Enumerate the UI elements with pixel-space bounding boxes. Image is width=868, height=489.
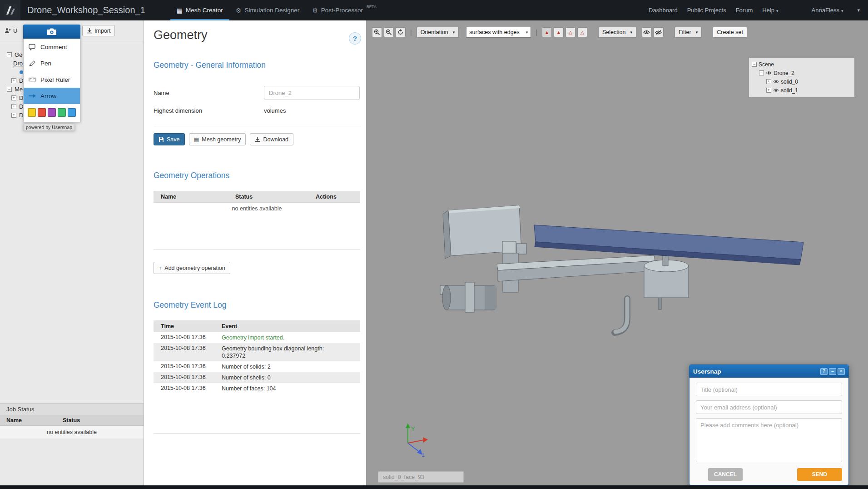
geometry-name-input[interactable] — [264, 86, 360, 100]
orientation-dropdown[interactable]: Orientation ▾ — [417, 27, 459, 38]
menu-item-pen[interactable]: Pen — [24, 55, 80, 71]
color-swatch-blue[interactable] — [68, 108, 76, 117]
tab-mesh-creator[interactable]: ▦ Mesh Creator — [170, 0, 229, 20]
expand-icon[interactable]: + — [11, 113, 16, 118]
menu-item-comment[interactable]: Comment — [24, 39, 80, 55]
eye-icon[interactable] — [766, 71, 772, 75]
expand-icon[interactable]: + — [11, 78, 16, 83]
import-button[interactable]: Import — [82, 25, 115, 36]
event-log-table: Time Event 2015-10-08 17:36 Geometry imp… — [154, 320, 360, 434]
event-log-row: 2015-10-08 17:36 Geometry import started… — [154, 332, 360, 343]
collapse-icon[interactable]: − — [7, 87, 12, 92]
eye-icon[interactable] — [773, 80, 779, 84]
cone-tool-button-4[interactable]: △ — [577, 27, 587, 37]
menu-item-label: Comment — [40, 44, 67, 50]
bottom-strip — [0, 485, 868, 489]
show-entities-button[interactable] — [642, 27, 652, 37]
color-swatch-purple[interactable] — [48, 108, 56, 117]
cone-filled-icon: ▲ — [545, 30, 550, 35]
tab-post-processor[interactable]: ⚙ Post-Processor BETA — [306, 0, 382, 20]
dialog-close-button[interactable]: × — [838, 368, 845, 375]
menu-item-arrow[interactable]: Arrow — [24, 88, 80, 104]
scene-node[interactable]: − Scene — [749, 60, 854, 69]
event-time: 2015-10-08 17:36 — [154, 374, 222, 381]
drone-node[interactable]: − Drone_2 — [749, 69, 854, 77]
app-logo[interactable] — [0, 0, 20, 20]
collapse-icon[interactable]: − — [7, 52, 12, 57]
extra-menu-chevron-icon[interactable]: ▾ — [857, 7, 860, 13]
selection-dropdown[interactable]: Selection ▾ — [598, 27, 636, 38]
collapse-icon[interactable]: − — [752, 62, 757, 67]
link-dashboard[interactable]: Dashboard — [649, 7, 678, 14]
expand-icon[interactable]: + — [766, 79, 771, 84]
filter-label: Filter — [679, 29, 691, 35]
send-button[interactable]: SEND — [797, 468, 842, 481]
event-log-row: 2015-10-08 17:36 Number of faces: 104 — [154, 383, 360, 394]
filter-dropdown[interactable]: Filter ▾ — [675, 27, 702, 38]
help-menu[interactable]: Help▾ — [762, 7, 778, 14]
render-mode-select[interactable]: surfaces with edges ▾ — [466, 27, 531, 38]
name-label: Name — [154, 90, 264, 96]
event-time: 2015-10-08 17:36 — [154, 334, 222, 341]
color-swatch-green[interactable] — [58, 108, 66, 117]
job-status-section: Job Status Name Status no entities avail… — [0, 403, 144, 439]
hide-entities-button[interactable] — [654, 27, 664, 37]
eye-icon[interactable] — [773, 88, 779, 92]
event-log-row: 2015-10-08 17:36 Geometry bounding box d… — [154, 343, 360, 361]
collapse-icon[interactable]: − — [759, 70, 764, 75]
expand-icon[interactable]: + — [11, 95, 16, 100]
dialog-title: Usersnap — [693, 368, 721, 375]
event-time: 2015-10-08 17:36 — [154, 385, 222, 392]
geometry-panel: ? Geometry Geometry - General Informatio… — [144, 20, 366, 485]
event-log-row: 2015-10-08 17:36 Number of shells: 0 — [154, 372, 360, 383]
expand-icon[interactable]: + — [766, 88, 771, 93]
usersnap-dialog-footer: CANCEL SEND — [689, 466, 848, 481]
add-geometry-operation-button[interactable]: + Add geometry operation — [154, 262, 230, 274]
solid0-node[interactable]: + solid_0 — [749, 77, 854, 86]
camera-icon — [46, 28, 57, 35]
create-set-label: Create set — [717, 29, 743, 35]
solid1-node[interactable]: + solid_1 — [749, 86, 854, 95]
color-swatch-red[interactable] — [38, 108, 46, 117]
highest-dimension-value: volumes — [264, 107, 286, 114]
general-info-heading: Geometry - General Information — [154, 60, 360, 70]
operations-table: Name Status Actions no entities availabl… — [154, 191, 360, 250]
feedback-title-input[interactable] — [696, 383, 842, 396]
dialog-help-button[interactable]: ? — [820, 368, 828, 375]
chevron-down-icon: ▾ — [526, 30, 528, 35]
feedback-comments-textarea[interactable] — [696, 418, 842, 462]
dialog-minimize-button[interactable]: – — [829, 368, 836, 375]
create-set-button[interactable]: Create set — [713, 27, 747, 38]
bullet-icon — [20, 70, 23, 74]
separator: | — [410, 29, 412, 36]
cone-tool-button-2[interactable]: ▲ — [554, 27, 564, 37]
zoom-in-button[interactable] — [372, 27, 382, 37]
upload-button[interactable]: U — [5, 27, 17, 34]
usersnap-camera-header[interactable] — [23, 25, 80, 39]
feedback-email-input[interactable] — [696, 400, 842, 414]
import-label: Import — [94, 28, 110, 34]
drone-model[interactable] — [440, 205, 804, 333]
event-log-table-header: Time Event — [154, 320, 360, 332]
zoom-out-button[interactable] — [384, 27, 394, 37]
chevron-down-icon: ▾ — [630, 30, 632, 35]
color-swatch-yellow[interactable] — [28, 108, 36, 117]
expand-icon[interactable]: + — [11, 104, 16, 109]
refresh-view-button[interactable] — [396, 27, 406, 37]
powered-by-usersnap[interactable]: powered by Usersnap — [23, 124, 75, 131]
save-button[interactable]: Save — [154, 133, 185, 145]
cone-tool-button-3[interactable]: △ — [565, 27, 575, 37]
mesh-geometry-button[interactable]: ▦ Mesh geometry — [189, 133, 246, 145]
tab-simulation-designer[interactable]: ⚙ Simulation Designer — [229, 0, 306, 20]
link-forum[interactable]: Forum — [736, 7, 753, 14]
user-menu[interactable]: AnnaFless▾ — [812, 7, 843, 14]
color-swatch-row — [24, 104, 80, 122]
download-button[interactable]: Download — [250, 133, 293, 145]
cone-tool-button-1[interactable]: ▲ — [542, 27, 552, 37]
axis-gizmo: Y z — [406, 423, 428, 458]
menu-item-pixel-ruler[interactable]: Pixel Ruler — [24, 71, 80, 88]
help-button[interactable]: ? — [349, 32, 361, 45]
cancel-button[interactable]: CANCEL — [708, 468, 743, 481]
usersnap-dialog-header[interactable]: Usersnap ? – × — [689, 365, 848, 378]
link-public-projects[interactable]: Public Projects — [687, 7, 726, 14]
